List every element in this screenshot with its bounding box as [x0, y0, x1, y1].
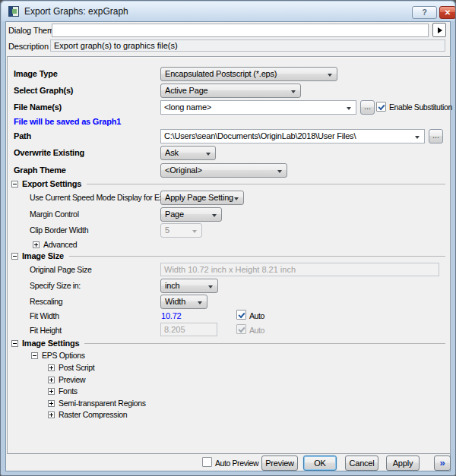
select-graphs-label: Select Graph(s) — [14, 86, 73, 96]
speed-mode-dropdown[interactable]: Apply Page Setting — [160, 191, 244, 205]
auto-preview-label: Auto Preview — [215, 459, 258, 468]
overwrite-existing-dropdown[interactable]: Ask — [160, 146, 216, 160]
dropdown-arrow-icon — [277, 170, 282, 173]
expand-icon[interactable] — [48, 377, 55, 383]
theme-flyout-button[interactable] — [432, 23, 446, 37]
file-save-note: File will be saved as Graph1 — [14, 117, 121, 127]
file-names-label: File Name(s) — [14, 102, 62, 112]
expand-icon[interactable] — [48, 364, 55, 371]
path-label: Path — [14, 131, 31, 141]
apply-button[interactable]: Apply — [386, 456, 420, 471]
specify-size-in-dropdown[interactable]: inch — [160, 279, 218, 293]
tree-item-raster-compression: Raster Compression — [59, 410, 127, 420]
speed-mode-label: Use Current Speed Mode Display for Expor… — [30, 193, 176, 203]
tree-item-post-script: Post Script — [59, 363, 94, 373]
help-icon: ? — [422, 8, 427, 17]
expand-icon[interactable] — [33, 241, 40, 248]
preview-button[interactable]: Preview — [261, 456, 298, 471]
graph-theme-value: <Original> — [165, 165, 202, 175]
select-graphs-value: Active Page — [165, 86, 208, 95]
export-settings-header: Export Settings — [11, 179, 445, 188]
margin-control-value: Page — [165, 210, 184, 219]
dropdown-arrow-icon — [234, 197, 239, 200]
rescaling-label: Rescaling — [30, 297, 62, 307]
more-options-button[interactable]: » — [434, 456, 451, 471]
expand-icon[interactable] — [48, 400, 55, 407]
auto-preview-checkbox[interactable] — [202, 457, 212, 467]
speed-mode-value: Apply Page Setting — [165, 193, 233, 202]
image-settings-title: Image Settings — [22, 339, 79, 348]
overwrite-existing-value: Ask — [165, 148, 179, 157]
fit-height-value: 8.205 — [160, 323, 217, 336]
original-page-size-label: Original Page Size — [30, 265, 92, 275]
enable-substitution-checkbox[interactable] — [376, 102, 386, 112]
clip-border-width-label: Clip Border Width — [30, 225, 88, 235]
file-name-browse-button[interactable]: ... — [360, 100, 375, 115]
expand-icon[interactable] — [48, 388, 55, 395]
specify-size-in-value: inch — [165, 281, 179, 290]
specify-size-in-label: Specify Size in: — [30, 281, 81, 291]
enable-substitution-label: Enable Substitution — [389, 102, 452, 112]
image-size-title: Image Size — [22, 251, 64, 260]
description-label: Description — [8, 42, 49, 52]
dropdown-arrow-icon — [206, 153, 211, 156]
dropdown-arrow-icon — [212, 214, 217, 217]
close-icon: ✕ — [445, 8, 451, 17]
clip-border-width-value: 5 — [165, 225, 169, 235]
fit-height-auto-checkbox — [236, 324, 246, 334]
dropdown-arrow-icon — [198, 301, 202, 304]
image-type-value: Encapsulated Postscript (*.eps) — [165, 69, 277, 78]
fit-height-label: Fit Height — [30, 326, 62, 336]
dialog-theme-label: Dialog Theme — [8, 26, 59, 36]
path-value: C:\Users\sean\Documents\OriginLab\2018\U… — [164, 131, 356, 140]
section-divider — [87, 184, 445, 184]
export-settings-title: Export Settings — [22, 179, 81, 188]
dropdown-arrow-icon — [291, 90, 296, 93]
expand-icon[interactable] — [48, 411, 55, 418]
double-chevron-icon: » — [439, 457, 445, 468]
fit-width-value[interactable]: 10.72 — [161, 311, 182, 321]
collapse-icon[interactable] — [11, 253, 18, 260]
tree-item-semi-transparent-regions: Semi-transparent Regions — [59, 399, 146, 408]
export-graphs-dialog: Export Graphs: expGraph ? ✕ Dialog Theme… — [0, 0, 456, 476]
clip-border-width-dropdown: 5 — [160, 223, 202, 238]
file-name-value: <long name> — [164, 102, 211, 112]
fit-height-auto-label: Auto — [249, 326, 264, 336]
fit-width-auto-label: Auto — [249, 311, 264, 321]
browse-ellipsis: ... — [364, 102, 371, 111]
dropdown-arrow-icon — [347, 107, 351, 110]
path-browse-button[interactable]: ... — [429, 129, 443, 143]
collapse-icon[interactable] — [11, 181, 18, 188]
dialog-theme-input[interactable] — [52, 24, 429, 37]
description-value: Export graph(s) to graphics file(s) — [50, 39, 445, 52]
margin-control-dropdown[interactable]: Page — [160, 207, 222, 222]
rescaling-dropdown[interactable]: Width — [160, 295, 207, 309]
window-title: Export Graphs: expGraph — [24, 6, 128, 17]
path-combo[interactable]: C:\Users\sean\Documents\OriginLab\2018\U… — [160, 129, 425, 143]
tree-item-fonts: Fonts — [59, 386, 78, 396]
collapse-icon[interactable] — [31, 352, 38, 359]
title-bar[interactable]: Export Graphs: expGraph ? ✕ — [2, 2, 454, 21]
fit-width-auto-checkbox[interactable] — [236, 310, 246, 320]
graph-theme-label: Graph Theme — [14, 165, 66, 175]
select-graphs-dropdown[interactable]: Active Page — [160, 84, 301, 98]
original-page-size-value: Width 10.72 inch x Height 8.21 inch — [160, 263, 439, 276]
image-type-label: Image Type — [14, 69, 58, 79]
help-button[interactable]: ? — [412, 6, 437, 19]
image-type-dropdown[interactable]: Encapsulated Postscript (*.eps) — [160, 67, 337, 81]
dropdown-arrow-icon — [415, 136, 420, 139]
flyout-arrow-icon — [438, 27, 442, 33]
dropdown-arrow-icon — [208, 285, 213, 288]
ok-button[interactable]: OK — [303, 456, 337, 471]
app-icon — [8, 6, 19, 17]
graph-theme-dropdown[interactable]: <Original> — [160, 163, 287, 178]
overwrite-existing-label: Overwrite Existing — [14, 148, 84, 158]
file-name-combo[interactable]: <long name> — [160, 100, 356, 115]
dropdown-arrow-icon — [328, 74, 332, 77]
eps-options-label: EPS Options — [42, 351, 85, 361]
dropdown-arrow-icon — [192, 230, 197, 233]
collapse-icon[interactable] — [11, 340, 18, 347]
cancel-button[interactable]: Cancel — [345, 456, 378, 471]
tree-item-preview: Preview — [59, 375, 85, 385]
close-button[interactable]: ✕ — [439, 6, 456, 19]
